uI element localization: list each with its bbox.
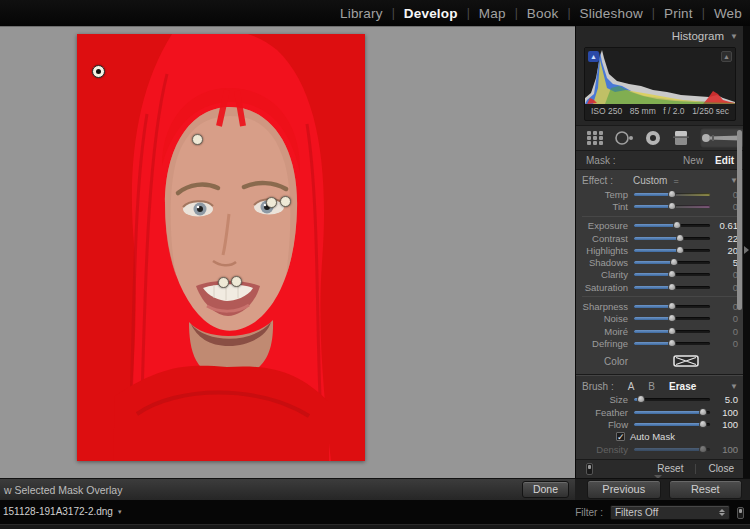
auto-mask-label: Auto Mask [630,431,675,442]
filename-dropdown-icon[interactable]: ▾ [118,508,122,516]
brush-a-button[interactable]: A [628,381,635,392]
slider-thumb[interactable] [699,445,707,453]
filter-row: Filter : Filters Off [575,505,744,520]
module-picker: Library | Develop | Map | Book | Slidesh… [0,0,750,26]
module-print[interactable]: Print [664,6,693,21]
slider-thumb[interactable] [668,327,676,335]
exposure-slider[interactable] [634,224,710,227]
saturation-slider[interactable] [634,286,710,289]
effect-preset-value[interactable]: Custom [633,175,667,186]
brush-b-button[interactable]: B [648,381,655,392]
collapse-triangle-icon[interactable]: ▼ [730,382,738,391]
size-slider[interactable] [634,398,710,401]
moire-slider[interactable] [634,330,710,333]
red-eye-icon[interactable] [644,128,662,148]
slider-thumb[interactable] [637,395,645,403]
module-book[interactable]: Book [527,6,559,21]
divider [582,296,738,297]
tint-slider[interactable] [634,205,710,208]
feather-slider[interactable] [634,411,710,414]
slider-size: Size 5.0 [582,394,738,406]
brush-pin[interactable] [231,276,242,287]
slider-exposure: Exposure 0.61 [582,220,738,232]
highlight-clipping-indicator[interactable]: ▲ [721,51,732,62]
current-filename[interactable]: 151128-191A3172-2.dng ▾ [3,506,121,517]
previous-button[interactable]: Previous [587,480,661,499]
graduated-filter-icon[interactable] [672,128,690,148]
shadows-slider[interactable] [634,261,710,264]
slider-thumb[interactable] [673,221,681,229]
module-slideshow[interactable]: Slideshow [580,6,643,21]
collapse-triangle-icon[interactable]: ▼ [730,32,738,41]
module-map[interactable]: Map [479,6,506,21]
slider-thumb[interactable] [668,314,676,322]
temp-slider[interactable] [634,193,710,196]
panel-close-button[interactable]: Close [708,463,734,474]
highlights-slider[interactable] [634,249,710,252]
module-develop[interactable]: Develop [404,6,458,21]
sharpness-slider[interactable] [634,305,710,308]
effect-preset-menu-icon[interactable]: = [673,176,678,186]
histogram-panel-header[interactable]: Histogram ▼ [576,26,744,46]
histogram-title: Histogram [672,30,724,42]
slider-thumb[interactable] [668,270,676,278]
done-button[interactable]: Done [522,481,569,498]
filter-label: Filter : [575,507,603,518]
slider-thumb[interactable] [670,258,678,266]
contrast-slider[interactable] [634,237,710,240]
tool-strip [576,125,744,151]
spot-removal-icon[interactable] [614,128,634,148]
brush-panel: Brush : A B Erase ▼ Size 5.0 Feather 100 [576,375,744,459]
brush-pin[interactable] [266,197,277,208]
slider-thumb[interactable] [668,190,676,198]
slider-thumb[interactable] [699,408,707,416]
brush-pin-active[interactable] [92,65,105,78]
mask-new-button[interactable]: New [683,155,703,166]
slider-thumb[interactable] [668,302,676,310]
noise-slider[interactable] [634,317,710,320]
slider-thumb[interactable] [676,246,684,254]
panel-scrollbar[interactable] [737,130,742,310]
filmstrip-thumbnails-edge [0,524,750,529]
module-separator: | [392,6,395,20]
panel-switch-icon[interactable] [586,463,593,475]
photo-portrait-mask-overlay[interactable] [77,34,365,461]
brush-erase-button[interactable]: Erase [669,381,696,392]
histogram[interactable]: ▲ ▲ ISO 250 85 mm f / 2.0 1/250 sec [584,47,736,121]
module-library[interactable]: Library [340,6,383,21]
filter-stepper-icon[interactable] [719,509,725,516]
auto-mask-checkbox[interactable]: ✓ [616,432,625,441]
slider-thumb[interactable] [676,234,684,242]
slider-thumb[interactable] [668,202,676,210]
color-label: Color [582,356,634,367]
brush-pin[interactable] [192,134,203,145]
filter-switch-icon[interactable] [737,507,744,519]
color-swatch-none-icon[interactable] [673,355,699,367]
defringe-slider[interactable] [634,342,710,345]
brush-label: Brush : [582,381,614,392]
focal-length-value: 85 mm [630,106,656,116]
crop-overlay-icon[interactable] [586,128,604,148]
divider [582,216,738,217]
slider-shadows: Shadows 5 [582,256,738,268]
panel-reset-button[interactable]: Reset [657,463,683,474]
reset-button[interactable]: Reset [669,480,743,499]
slider-thumb[interactable] [668,283,676,291]
shadow-clipping-indicator[interactable]: ▲ [588,51,599,62]
slider-thumb[interactable] [668,339,676,347]
iso-value: ISO 250 [591,106,622,116]
module-web[interactable]: Web [714,6,742,21]
clarity-slider[interactable] [634,273,710,276]
brush-pin[interactable] [218,277,229,288]
slider-thumb[interactable] [699,420,707,428]
mask-edit-button[interactable]: Edit [715,155,734,166]
slider-highlights: Highlights 20 [582,244,738,256]
slider-defringe: Defringe 0 [582,337,738,349]
panel-collapse-arrow-icon[interactable] [744,246,749,254]
brush-pin[interactable] [280,196,291,207]
filter-dropdown[interactable]: Filters Off [610,505,730,520]
flow-slider[interactable] [634,423,710,426]
density-slider[interactable] [634,448,710,451]
exif-info-row: ISO 250 85 mm f / 2.0 1/250 sec [585,104,735,120]
color-row: Color [582,353,738,370]
